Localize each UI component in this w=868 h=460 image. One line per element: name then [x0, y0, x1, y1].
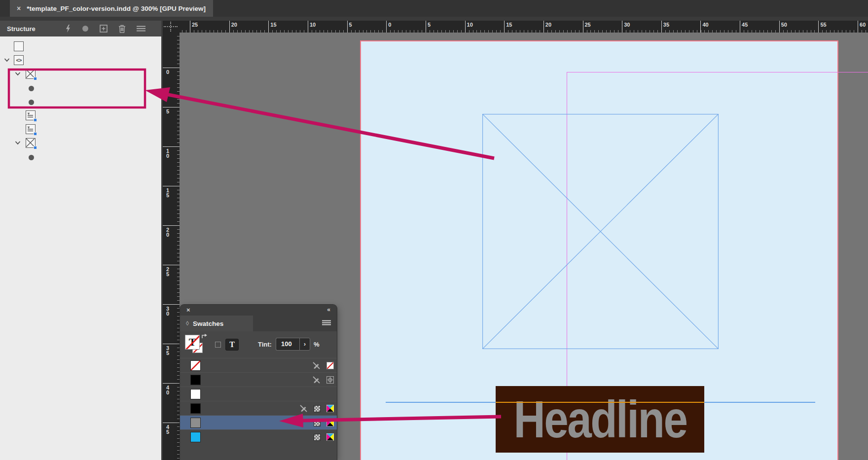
tab-cycle-icon: ◊ [186, 320, 189, 327]
chevron-down-icon[interactable] [4, 58, 10, 62]
ruler-origin-corner[interactable] [163, 21, 180, 33]
swatch-row[interactable] [180, 387, 337, 401]
collapse-panel-icon[interactable]: « [327, 306, 330, 313]
tint-unit-label: % [314, 341, 320, 348]
tree-row-root[interactable]: <> [0, 53, 161, 67]
swatches-tool-row: T T T Tint: 100 › % [180, 331, 337, 358]
ruler-number: 20 [231, 22, 237, 28]
vertical-ruler: 051 01 52 02 53 03 54 04 55 0 [163, 33, 180, 460]
swatches-menu-icon[interactable] [322, 320, 331, 326]
swatch-chip [190, 403, 201, 414]
fill-stroke-proxy[interactable]: T T [185, 335, 208, 355]
structure-panel-title: Structure [7, 25, 36, 33]
ruler-number: 10 [310, 22, 316, 28]
tree-row-pfblock[interactable] [0, 122, 161, 136]
swatch-row[interactable] [180, 401, 337, 415]
swatches-tab[interactable]: ◊ Swatches [180, 316, 253, 331]
swatches-panel-topbar: × « [180, 305, 337, 316]
cmyk-mode-icon [326, 433, 334, 441]
ruler-number: 25 [192, 22, 198, 28]
text-frame-icon [26, 110, 36, 120]
ruler-number: 1 0 [166, 148, 169, 158]
doctype-icon [14, 41, 24, 51]
image-placeholder-frame[interactable] [482, 114, 719, 349]
image-frame-icon [26, 138, 36, 148]
non-editable-icon [312, 376, 321, 384]
non-editable-icon [312, 362, 321, 369]
panel-close-icon[interactable]: × [186, 306, 190, 314]
trash-icon[interactable] [118, 25, 126, 33]
chevron-down-icon[interactable] [15, 141, 21, 145]
tint-input[interactable]: 100 [276, 338, 299, 351]
fill-proxy[interactable]: T [185, 335, 200, 350]
none-swatch-icon [326, 362, 334, 369]
tint-label: Tint: [258, 341, 272, 348]
ruler-number: 1 5 [166, 188, 169, 198]
document-tab[interactable]: × *template_PF_color-version.indd @ 300%… [10, 0, 213, 17]
ruler-number: 2 0 [166, 227, 169, 237]
cmyk-mode-icon [326, 405, 334, 412]
title-bar: × *template_PF_color-version.indd @ 300%… [0, 0, 868, 17]
attribute-bullet-icon [29, 86, 34, 91]
swatch-row[interactable] [180, 429, 337, 444]
ruler-number: 3 0 [166, 306, 169, 316]
formatting-affects-container-button[interactable] [215, 342, 221, 348]
ruler-number: 50 [781, 22, 787, 28]
headline-frame-edge-line [496, 402, 704, 403]
tree-row-data-keys[interactable] [0, 81, 161, 95]
swatch-row[interactable] [180, 358, 337, 372]
ruler-number: 40 [702, 22, 708, 28]
document-title: *template_PF_color-version.indd @ 300% [… [27, 5, 206, 12]
tagged-dot-icon [34, 77, 37, 80]
swatch-chip [190, 432, 201, 442]
ruler-number: 5 [349, 22, 352, 28]
tagged-dot-icon [34, 118, 37, 122]
ruler-number: 4 0 [166, 385, 169, 395]
ruler-number: 35 [663, 22, 669, 28]
ruler-number: 15 [270, 22, 276, 28]
lightning-icon[interactable] [65, 25, 71, 33]
chevron-down-icon[interactable] [15, 71, 21, 76]
registration-icon [326, 376, 334, 384]
ruler-number: 55 [820, 22, 826, 28]
structure-tree: <> [0, 39, 161, 164]
text-frame-icon [26, 124, 36, 134]
ruler-number: 2 5 [166, 267, 169, 277]
tagged-dot-icon [34, 146, 37, 149]
ruler-number: 4 5 [166, 425, 169, 434]
swatch-chip [190, 389, 201, 399]
swap-fill-stroke-icon[interactable] [201, 333, 208, 340]
tree-row-pfblock[interactable] [0, 136, 161, 150]
ruler-number: 15 [506, 22, 512, 28]
ruler-number: 45 [742, 22, 748, 28]
ruler-number: 3 5 [166, 346, 169, 355]
tree-row-pfblock[interactable] [0, 67, 161, 81]
swatch-row[interactable] [180, 415, 337, 429]
horizontal-ruler: 252015105051015202530354045505560 [163, 21, 868, 33]
process-color-icon [314, 405, 321, 412]
swatches-tab-row: ◊ Swatches [180, 316, 337, 331]
tree-row-media-hunter[interactable] [0, 95, 161, 108]
process-color-icon [314, 420, 321, 426]
ruler-number: 5 [166, 109, 169, 114]
process-color-icon [314, 434, 321, 441]
ruler-number: 10 [467, 22, 473, 28]
ruler-number: 60 [860, 22, 866, 28]
cmyk-mode-icon [326, 419, 334, 426]
tree-row-settings[interactable] [0, 150, 161, 164]
attribute-bullet-icon [29, 100, 34, 105]
swatch-row[interactable] [180, 372, 337, 387]
headline-text-frame[interactable]: Headline [496, 386, 704, 453]
formatting-affects-text-button[interactable]: T [225, 339, 239, 351]
panel-menu-icon[interactable] [137, 26, 145, 32]
swatches-panel: × « ◊ Swatches T T T Tint: 100 › % [180, 305, 337, 460]
swatches-tab-label: Swatches [193, 320, 223, 327]
tree-row-doctype[interactable] [0, 39, 161, 53]
ruler-number: 25 [585, 22, 591, 28]
tab-close-icon[interactable]: × [17, 4, 21, 12]
tree-row-pfblock[interactable] [0, 108, 161, 122]
record-circle-icon[interactable] [82, 25, 89, 32]
tint-dropdown-button[interactable]: › [299, 338, 310, 351]
add-element-icon[interactable] [100, 25, 108, 33]
attribute-bullet-icon [29, 155, 34, 160]
